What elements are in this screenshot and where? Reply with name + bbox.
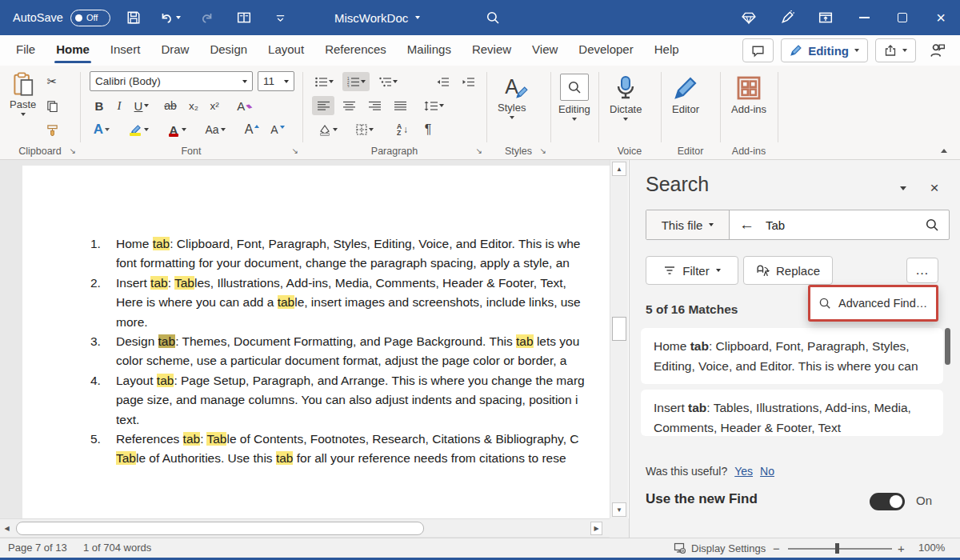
scroll-left-icon[interactable]: ◀ (1, 522, 13, 535)
scroll-down-icon[interactable]: ▼ (612, 502, 626, 517)
search-highlight: Tab (206, 432, 226, 446)
list-item: 2.Insert tab: Tables, Illustrations, Add… (90, 274, 609, 332)
search-highlight: tab (153, 237, 170, 250)
clipboard-dialog-launcher-icon[interactable]: ↘ (70, 147, 76, 155)
status-bar: Page 7 of 13 1 of 704 words Display Sett… (0, 538, 960, 558)
page-indicator[interactable]: Page 7 of 13 (8, 542, 67, 554)
zoom-slider-track[interactable] (788, 548, 892, 550)
editor-group-label: Editor (661, 146, 720, 157)
share-button[interactable] (875, 38, 916, 62)
vertical-scroll-thumb[interactable] (612, 317, 626, 341)
pane-collapse-chevron-icon[interactable] (900, 186, 906, 190)
word-count[interactable]: 1 of 704 words (83, 542, 151, 554)
document-page[interactable]: 1.Home tab: Clipboard, Font, Paragraph, … (22, 166, 610, 518)
list-item: 3.Design tab: Themes, Document Formattin… (90, 332, 609, 371)
tab-file[interactable]: File (16, 35, 35, 66)
comments-button[interactable] (742, 38, 774, 62)
zoom-level[interactable]: 100% (918, 542, 945, 554)
touch-mouse-mode-icon[interactable] (230, 5, 258, 30)
tab-review[interactable]: Review (472, 35, 511, 66)
list-item: 1.Home tab: Clipboard, Font, Paragraph, … (90, 234, 609, 274)
replace-button[interactable]: Replace (743, 256, 833, 285)
search-result-item[interactable]: Home tab: Clipboard, Font, Paragraph, St… (641, 328, 943, 384)
search-submit-icon[interactable] (925, 218, 939, 232)
display-settings-button[interactable]: Display Settings (674, 542, 766, 554)
account-person-icon[interactable] (923, 42, 950, 58)
toggle-state-label: On (916, 494, 932, 507)
editing-menu-button[interactable]: Editing (558, 74, 590, 121)
search-highlight: Tab (116, 451, 136, 465)
tab-home[interactable]: Home (56, 35, 90, 66)
clipboard-group-label: Clipboard (0, 146, 80, 157)
tab-draw[interactable]: Draw (161, 35, 189, 66)
ribbon-display-options-icon[interactable] (806, 0, 845, 35)
autosave-toggle[interactable]: AutoSave Off (13, 10, 110, 26)
feedback-no-link[interactable]: No (760, 465, 774, 478)
voice-group-label: Voice (598, 146, 661, 157)
more-options-button[interactable]: … (906, 258, 938, 283)
display-settings-icon (674, 542, 686, 554)
autosave-state: Off (86, 13, 98, 22)
search-highlight: tab (183, 432, 201, 446)
search-result-item[interactable]: Insert tab: Tables, Illustrations, Add-i… (641, 390, 943, 436)
search-highlight: tab (516, 334, 534, 348)
collapse-ribbon-icon[interactable] (941, 149, 947, 153)
scroll-right-icon[interactable]: ▶ (590, 522, 602, 535)
close-button[interactable]: × (922, 0, 960, 35)
new-find-toggle[interactable] (870, 493, 905, 510)
styles-dialog-launcher-icon[interactable]: ↘ (540, 147, 546, 155)
filter-button[interactable]: Filter (646, 256, 738, 285)
match-count: 5 of 16 Matches (646, 302, 738, 317)
tab-insert[interactable]: Insert (110, 35, 141, 66)
search-query: Tab (766, 218, 785, 232)
title-bar: AutoSave Off MiscWorkDoc × (0, 0, 960, 35)
scroll-up-icon[interactable]: ▲ (612, 162, 626, 176)
editing-mode-dropdown[interactable]: Editing (781, 38, 868, 62)
tab-layout[interactable]: Layout (268, 35, 304, 66)
title-chevron-icon (415, 16, 420, 19)
maximize-button[interactable] (883, 0, 922, 35)
horizontal-scrollbar[interactable]: ◀ ▶ (0, 518, 610, 538)
search-highlight: Tab (174, 276, 194, 290)
tab-developer[interactable]: Developer (578, 35, 633, 66)
search-pane-title: Search (646, 173, 709, 196)
premium-diamond-icon[interactable] (730, 0, 768, 35)
vertical-scrollbar[interactable]: ▲ ▼ (610, 160, 628, 518)
zoom-out-icon[interactable]: − (773, 542, 780, 555)
pane-close-icon[interactable]: × (924, 178, 945, 198)
document-title[interactable]: MiscWorkDoc (334, 0, 420, 35)
document-area: 1.Home tab: Clipboard, Font, Paragraph, … (0, 160, 610, 518)
search-scope-dropdown[interactable]: This file (646, 210, 730, 239)
search-input[interactable]: ← Tab (730, 210, 949, 239)
tab-references[interactable]: References (325, 35, 386, 66)
undo-icon[interactable] (157, 5, 184, 30)
feedback-question: Was this useful? (646, 465, 727, 478)
font-dialog-launcher-icon[interactable]: ↘ (292, 147, 298, 155)
advanced-find-menu-item[interactable]: Advanced Find… (808, 285, 938, 322)
pen-sparkle-icon[interactable] (768, 0, 806, 35)
search-bar: This file ← Tab (646, 210, 950, 240)
tab-view[interactable]: View (532, 35, 558, 66)
addins-group-label: Add-ins (720, 146, 778, 157)
zoom-in-icon[interactable]: + (898, 542, 905, 555)
search-highlight: tab (276, 451, 294, 465)
redo-icon[interactable] (194, 5, 221, 30)
customize-quick-access-icon[interactable] (267, 5, 294, 30)
font-group-label: Font (80, 146, 302, 157)
search-highlight: tab (157, 374, 174, 387)
search-pane: Search × This file ← Tab Filter Replace … (629, 160, 960, 538)
tab-help[interactable]: Help (654, 35, 679, 66)
save-icon[interactable] (120, 5, 147, 30)
tab-design[interactable]: Design (210, 35, 247, 66)
current-match-highlight: tab (158, 334, 176, 348)
autosave-knob (75, 14, 82, 22)
tab-mailings[interactable]: Mailings (407, 35, 451, 66)
back-arrow-icon[interactable]: ← (739, 216, 754, 234)
minimize-button[interactable] (845, 0, 883, 35)
results-scroll-thumb[interactable] (945, 328, 950, 365)
feedback-yes-link[interactable]: Yes (734, 465, 753, 478)
titlebar-search-icon[interactable] (480, 5, 506, 30)
zoom-slider-thumb[interactable] (835, 543, 839, 554)
horizontal-scroll-thumb[interactable] (16, 522, 424, 535)
paragraph-dialog-launcher-icon[interactable]: ↘ (476, 147, 482, 155)
